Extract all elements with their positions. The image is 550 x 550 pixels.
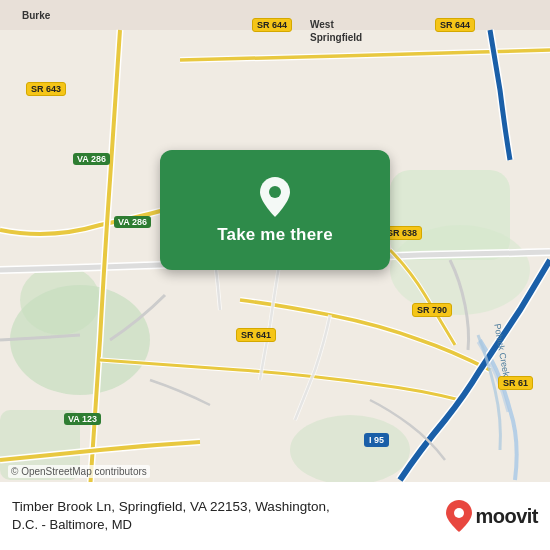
address-line1: Timber Brook Ln, Springfield, VA 22153, …	[12, 497, 437, 517]
road-badge-sr644-top-mid: SR 644	[252, 18, 292, 32]
road-badge-sr643: SR 643	[26, 82, 66, 96]
take-me-there-button[interactable]: Take me there	[160, 150, 390, 270]
road-badge-va123: VA 123	[64, 413, 101, 425]
road-badge-va286-mid: VA 286	[114, 216, 151, 228]
info-bar: Timber Brook Ln, Springfield, VA 22153, …	[0, 482, 550, 550]
place-label-burke: Burke	[22, 10, 50, 21]
osm-credit: © OpenStreetMap contributors	[8, 465, 150, 478]
road-badge-i95: I 95	[364, 433, 389, 447]
address-text: Timber Brook Ln, Springfield, VA 22153, …	[12, 497, 437, 535]
svg-point-2	[20, 265, 100, 335]
road-badge-va286-left: VA 286	[73, 153, 110, 165]
address-line2: D.C. - Baltimore, MD	[12, 516, 437, 535]
moovit-pin-icon	[445, 499, 473, 533]
button-label: Take me there	[217, 225, 333, 245]
road-badge-sr644-top-right: SR 644	[435, 18, 475, 32]
road-badge-sr61: SR 61	[498, 376, 533, 390]
moovit-logo: moovit	[445, 499, 538, 533]
map-pin-icon	[256, 175, 294, 219]
map-container: Burke West Springfield SR 644 SR 644 SR …	[0, 0, 550, 550]
svg-point-7	[269, 186, 281, 198]
place-label-west-springfield: West Springfield	[310, 18, 362, 44]
svg-point-8	[454, 508, 464, 518]
svg-point-6	[290, 415, 410, 485]
road-badge-sr641-bot: SR 641	[236, 328, 276, 342]
ws-line2: Springfield	[310, 32, 362, 43]
ws-line1: West	[310, 19, 334, 30]
moovit-brand-text: moovit	[475, 505, 538, 528]
road-badge-sr790: SR 790	[412, 303, 452, 317]
